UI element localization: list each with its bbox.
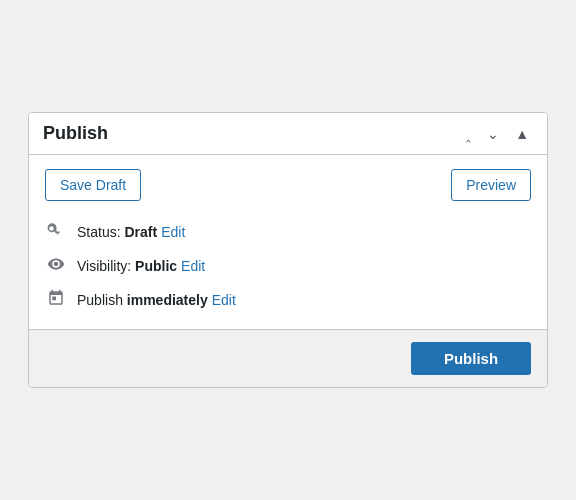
eye-icon <box>45 255 67 277</box>
status-row: Status: DraftEdit <box>45 221 531 243</box>
publish-schedule-row: Publish immediatelyEdit <box>45 289 531 311</box>
visibility-text: Visibility: PublicEdit <box>77 258 205 274</box>
visibility-label: Visibility: <box>77 258 135 274</box>
status-edit-link[interactable]: Edit <box>161 224 185 240</box>
publish-footer: Publish <box>29 329 547 387</box>
publish-title: Publish <box>43 123 108 144</box>
action-buttons-row: Save Draft Preview <box>45 169 531 201</box>
status-value: Draft <box>124 224 157 240</box>
publish-schedule-text: Publish immediatelyEdit <box>77 292 236 308</box>
expand-button[interactable]: ▲ <box>511 125 533 143</box>
collapse-down-button[interactable]: ⌄ <box>483 125 503 143</box>
expand-icon: ▲ <box>515 126 529 142</box>
collapse-up-button[interactable]: ‸ <box>462 125 475 143</box>
preview-button[interactable]: Preview <box>451 169 531 201</box>
header-controls: ‸ ⌄ ▲ <box>462 125 533 143</box>
visibility-row: Visibility: PublicEdit <box>45 255 531 277</box>
publish-schedule-edit-link[interactable]: Edit <box>212 292 236 308</box>
visibility-edit-link[interactable]: Edit <box>181 258 205 274</box>
status-label: Status: <box>77 224 124 240</box>
status-text: Status: DraftEdit <box>77 224 185 240</box>
chevron-up-icon: ‸ <box>466 126 471 142</box>
publish-time-label: Publish <box>77 292 127 308</box>
chevron-down-icon: ⌄ <box>487 126 499 142</box>
visibility-value: Public <box>135 258 177 274</box>
key-icon <box>45 221 67 243</box>
calendar-icon <box>45 289 67 311</box>
publish-button[interactable]: Publish <box>411 342 531 375</box>
publish-time-value: immediately <box>127 292 208 308</box>
publish-panel: Publish ‸ ⌄ ▲ Save Draft Preview <box>28 112 548 388</box>
publish-header: Publish ‸ ⌄ ▲ <box>29 113 547 155</box>
save-draft-button[interactable]: Save Draft <box>45 169 141 201</box>
publish-body: Save Draft Preview Status: DraftEdit <box>29 155 547 329</box>
meta-info: Status: DraftEdit Visibility: PublicEdit <box>45 217 531 315</box>
